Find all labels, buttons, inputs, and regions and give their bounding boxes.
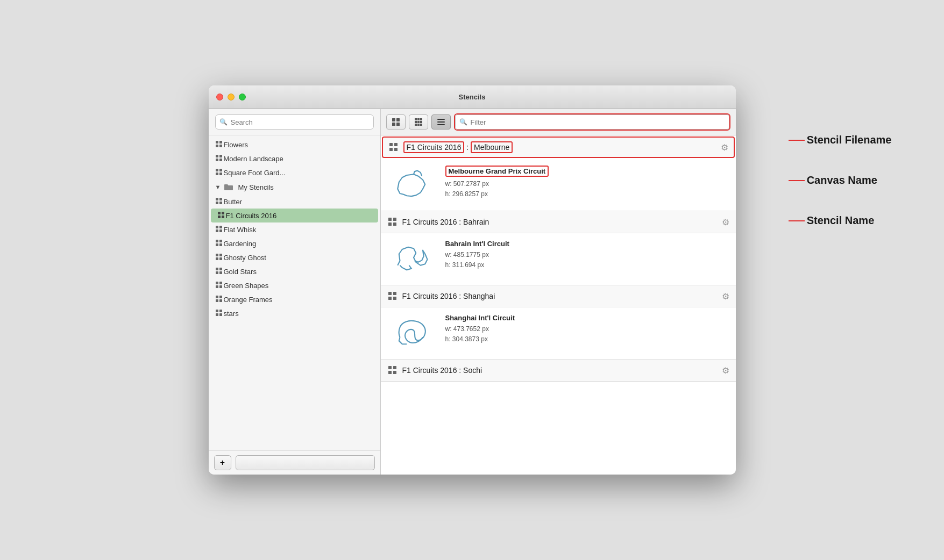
- height-label: h:: [445, 261, 452, 269]
- svg-rect-54: [420, 118, 422, 120]
- sidebar-item-orange-frames[interactable]: Orange Frames: [209, 292, 380, 306]
- window-title: Stencils: [459, 93, 486, 101]
- add-icon: +: [220, 458, 225, 468]
- sidebar-item-gardening[interactable]: Gardening: [209, 236, 380, 250]
- sidebar-item-label: Flowers: [224, 141, 249, 149]
- right-panel: 🔍 F1 Circuits 20: [381, 109, 736, 475]
- svg-rect-51: [396, 123, 400, 126]
- svg-rect-22: [216, 229, 218, 232]
- my-stencils-folder[interactable]: ▼ My Stencils: [209, 180, 380, 195]
- height-label: h:: [445, 190, 452, 198]
- svg-rect-62: [437, 121, 445, 123]
- grid-icon: [215, 309, 224, 318]
- sidebar-item-label: F1 Circuits 2016: [226, 212, 277, 220]
- settings-gear-icon[interactable]: ⚙: [721, 142, 728, 153]
- sidebar-item-flowers[interactable]: Flowers: [209, 138, 380, 152]
- sidebar-bottom-bar: +: [209, 450, 380, 475]
- sidebar-item-flat-whisk[interactable]: Flat Whisk: [209, 222, 380, 236]
- sidebar-item-label: Gold Stars: [224, 268, 257, 276]
- add-stencil-button[interactable]: +: [214, 455, 231, 470]
- svg-rect-66: [389, 148, 393, 151]
- svg-rect-24: [216, 240, 218, 242]
- svg-rect-15: [219, 202, 222, 204]
- minimize-button[interactable]: [228, 94, 235, 100]
- svg-rect-73: [393, 292, 396, 295]
- stencil-name-shanghai: Shanghai Int'l Circuit: [445, 314, 727, 322]
- stencil-grid-icon: [387, 291, 398, 301]
- svg-rect-32: [216, 268, 218, 270]
- sidebar-search-area: 🔍: [209, 109, 380, 135]
- stencil-group-header-bahrain[interactable]: F1 Circuits 2016 : Bahrain ⚙: [381, 211, 736, 233]
- svg-rect-53: [417, 118, 420, 120]
- stencil-item-melbourne: Melbourne Grand Prix Circuit w: 507.2787…: [381, 159, 736, 211]
- svg-rect-18: [218, 216, 221, 218]
- sidebar-item-label: Green Shapes: [224, 282, 269, 290]
- stencil-group-header-sochi[interactable]: F1 Circuits 2016 : Sochi ⚙: [381, 360, 736, 382]
- svg-rect-58: [415, 124, 417, 126]
- traffic-lights: [216, 94, 246, 100]
- stencil-name-input[interactable]: [236, 455, 375, 470]
- annotation-line: [789, 140, 805, 141]
- stencil-info-bahrain: Bahrain Int'l Circuit w: 485.1775 px h: …: [445, 240, 727, 270]
- height-value: 311.694 px: [452, 261, 484, 269]
- svg-rect-29: [219, 254, 222, 256]
- svg-rect-3: [219, 145, 222, 147]
- stencil-grid-icon: [387, 217, 398, 227]
- stencil-info-melbourne: Melbourne Grand Prix Circuit w: 507.2787…: [445, 166, 727, 199]
- sidebar-item-label: Flat Whisk: [224, 226, 257, 234]
- sidebar-item-stars[interactable]: stars: [209, 306, 380, 320]
- sidebar-item-f1-circuits[interactable]: F1 Circuits 2016: [211, 209, 378, 222]
- settings-gear-icon-bahrain[interactable]: ⚙: [722, 217, 729, 227]
- sidebar-item-butter[interactable]: Butter: [209, 195, 380, 209]
- folder-icon: [224, 182, 233, 192]
- svg-rect-0: [216, 141, 218, 143]
- view-grouped-button[interactable]: [386, 114, 406, 130]
- sidebar-item-gold-stars[interactable]: Gold Stars: [209, 264, 380, 278]
- svg-rect-59: [417, 124, 420, 126]
- svg-rect-12: [216, 198, 218, 200]
- stencil-name-annotation: Stencil Name: [789, 214, 892, 227]
- sidebar-item-green-shapes[interactable]: Green Shapes: [209, 278, 380, 292]
- stencil-dims-shanghai: w: 473.7652 px h: 304.3873 px: [445, 324, 727, 344]
- settings-gear-icon-shanghai[interactable]: ⚙: [722, 291, 729, 301]
- stencil-name-bahrain: Bahrain Int'l Circuit: [445, 240, 727, 248]
- sidebar-item-square-foot[interactable]: Square Foot Gard...: [209, 166, 380, 180]
- stencil-group-shanghai: F1 Circuits 2016 : Shanghai ⚙: [381, 285, 736, 360]
- svg-rect-1: [219, 141, 222, 143]
- filter-input[interactable]: [455, 114, 729, 130]
- grid-icon: [215, 154, 224, 163]
- svg-rect-38: [216, 285, 218, 288]
- sidebar-item-ghosty-ghost[interactable]: Ghosty Ghost: [209, 250, 380, 264]
- svg-rect-41: [219, 296, 222, 298]
- stencil-group-header-melbourne[interactable]: F1 Circuits 2016 : Melbourne ⚙: [382, 137, 735, 158]
- svg-rect-44: [216, 310, 218, 312]
- close-button[interactable]: [216, 94, 223, 100]
- svg-rect-52: [415, 118, 417, 120]
- svg-rect-50: [392, 123, 395, 126]
- annotation-line: [789, 220, 805, 221]
- svg-rect-45: [219, 310, 222, 312]
- my-stencils-label: My Stencils: [238, 183, 273, 191]
- grid-icon: [215, 225, 224, 234]
- view-list-button[interactable]: [431, 114, 451, 130]
- view-grid-button[interactable]: [409, 114, 428, 130]
- svg-rect-33: [219, 268, 222, 270]
- maximize-button[interactable]: [239, 94, 246, 100]
- sidebar-item-modern-landscape[interactable]: Modern Landscape: [209, 152, 380, 166]
- svg-rect-47: [219, 313, 222, 316]
- svg-rect-67: [394, 148, 398, 151]
- search-input[interactable]: [215, 114, 374, 130]
- grid-icon: [215, 140, 224, 149]
- width-value: 473.7652 px: [453, 325, 489, 333]
- annotation-canvas-name-label: Canvas Name: [807, 174, 877, 186]
- stencil-group-name-melbourne: F1 Circuits 2016 : Melbourne: [403, 143, 721, 152]
- stencil-group-name-shanghai: F1 Circuits 2016 : Shanghai: [402, 292, 722, 300]
- svg-rect-74: [388, 297, 392, 300]
- stencil-group-header-shanghai[interactable]: F1 Circuits 2016 : Shanghai ⚙: [381, 285, 736, 307]
- sidebar-item-label: Ghosty Ghost: [224, 254, 266, 262]
- width-label: w:: [445, 325, 453, 333]
- svg-rect-42: [216, 299, 218, 302]
- settings-gear-icon-sochi[interactable]: ⚙: [722, 365, 729, 376]
- svg-rect-30: [216, 257, 218, 260]
- svg-rect-48: [392, 118, 395, 121]
